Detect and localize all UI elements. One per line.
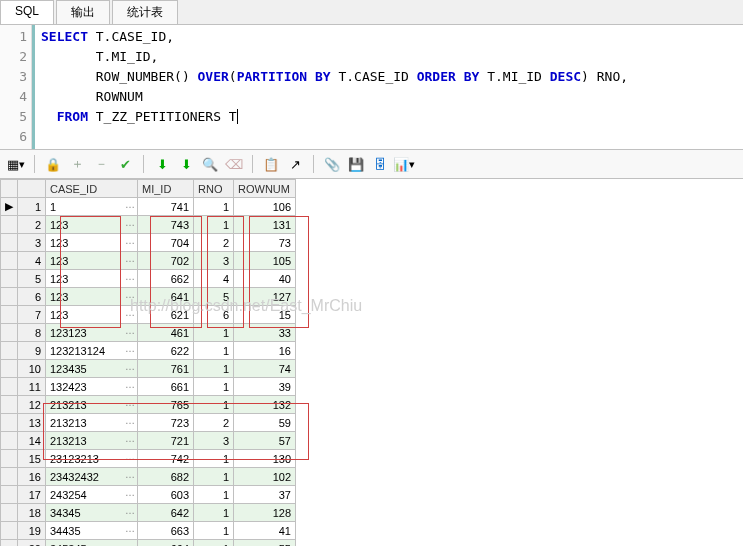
tab-stats[interactable]: 统计表	[112, 0, 178, 24]
table-row[interactable]: ▶11…7411106	[1, 198, 296, 216]
tab-sql[interactable]: SQL	[0, 0, 54, 24]
save-icon[interactable]: 💾	[346, 154, 366, 174]
find-icon[interactable]: 🔍	[200, 154, 220, 174]
line-gutter: 123456	[0, 25, 32, 149]
db-icon[interactable]: 🗄	[370, 154, 390, 174]
table-row[interactable]: 1623432432…6821102	[1, 468, 296, 486]
copy-icon[interactable]: 📋	[261, 154, 281, 174]
highlight-box	[150, 216, 202, 328]
export-icon[interactable]: ↗	[285, 154, 305, 174]
chart-icon[interactable]: 📊▾	[394, 154, 414, 174]
table-row[interactable]: 1834345…6421128	[1, 504, 296, 522]
minus-icon[interactable]: －	[91, 154, 111, 174]
table-row[interactable]: 10123435…761174	[1, 360, 296, 378]
col-mi-id[interactable]: MI_ID	[138, 180, 194, 198]
plus-icon[interactable]: ＋	[67, 154, 87, 174]
col-rno[interactable]: RNO	[194, 180, 234, 198]
erase-icon[interactable]: ⌫	[224, 154, 244, 174]
tab-bar: SQL 输出 统计表	[0, 0, 743, 25]
highlight-box	[207, 216, 244, 328]
view-icon[interactable]: 📎	[322, 154, 342, 174]
lock-icon[interactable]: 🔒	[43, 154, 63, 174]
col-rownum[interactable]: ROWNUM	[234, 180, 296, 198]
grid-icon[interactable]: ▦▾	[6, 154, 26, 174]
table-row[interactable]: 9123213124…622116	[1, 342, 296, 360]
highlight-box	[60, 216, 121, 328]
table-row[interactable]: 11132423…661139	[1, 378, 296, 396]
sql-editor[interactable]: 123456 SELECT T.CASE_ID, T.MI_ID, ROW_NU…	[0, 25, 743, 150]
result-toolbar: ▦▾ 🔒 ＋ － ✔ ⬇ ⬇ 🔍 ⌫ 📋 ↗ 📎 💾 🗄 📊▾	[0, 150, 743, 179]
code-content[interactable]: SELECT T.CASE_ID, T.MI_ID, ROW_NUMBER() …	[32, 25, 743, 149]
highlight-box	[43, 403, 309, 460]
highlight-box	[249, 216, 309, 328]
fetch-first-icon[interactable]: ⬇	[152, 154, 172, 174]
table-row[interactable]: 17243254…603137	[1, 486, 296, 504]
table-row[interactable]: 1934435…663141	[1, 522, 296, 540]
check-icon[interactable]: ✔	[115, 154, 135, 174]
table-row[interactable]: 20345345…664155	[1, 540, 296, 547]
tab-output[interactable]: 输出	[56, 0, 110, 24]
fetch-all-icon[interactable]: ⬇	[176, 154, 196, 174]
col-case-id[interactable]: CASE_ID	[46, 180, 138, 198]
result-grid-wrap: http://blog.csdn.net/East_MrChiu CASE_ID…	[0, 179, 743, 546]
